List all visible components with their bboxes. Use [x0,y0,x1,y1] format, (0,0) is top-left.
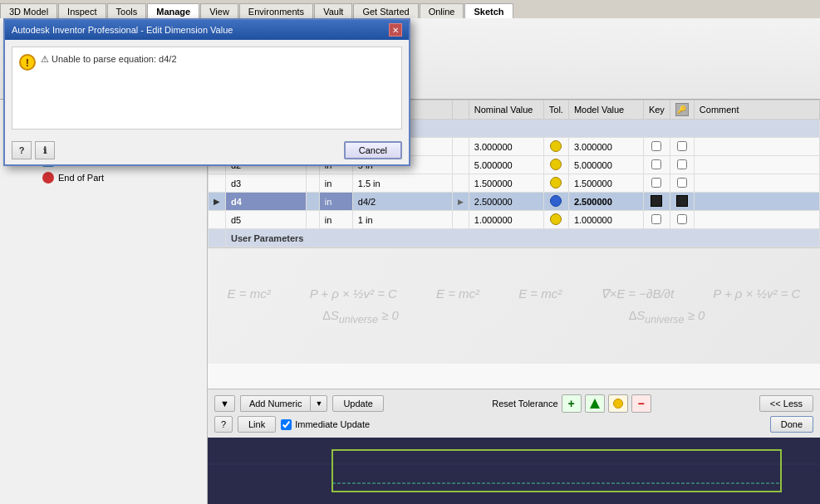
tab-online[interactable]: Online [420,3,464,18]
tab-sketch[interactable]: Sketch [464,3,513,18]
dialog-title: Autodesk Inventor Professional - Edit Di… [12,25,233,35]
key-d5[interactable] [643,211,670,229]
svg-rect-6 [208,438,820,504]
tol-triangle-btn[interactable] [585,394,605,413]
nominal-d2: 5.000000 [469,156,543,174]
done-btn[interactable]: Done [770,416,813,433]
equation-d3[interactable]: 1.5 in [352,174,452,193]
model-val-d5: 1.000000 [568,211,643,229]
dialog-info-btn[interactable]: ℹ [35,141,55,159]
comment-d4[interactable] [694,193,819,211]
key2-d0[interactable] [670,138,694,156]
tol-d0 [543,138,568,156]
tab-view[interactable]: View [200,3,238,18]
error-warning-icon: ! [19,54,36,71]
add-numeric-btn[interactable]: Add Numeric [240,395,311,412]
tol-d5 [543,211,568,229]
comment-d0[interactable] [694,138,819,156]
help-btn-bottom[interactable]: ? [214,416,233,433]
comment-d5[interactable] [694,211,819,229]
filter-icon: ▼ [220,399,229,409]
tab-tools[interactable]: Tools [107,3,147,18]
col-nominal: Nominal Value [469,100,543,120]
tab-3d-model[interactable]: 3D Model [0,3,57,18]
dialog-body: ! ⚠ Unable to parse equation: d4/2 [5,40,409,136]
tol-d2 [543,156,568,174]
key-d2[interactable] [643,156,670,174]
edit-dimension-dialog[interactable]: Autodesk Inventor Professional - Edit Di… [3,18,410,166]
key2-d4[interactable] [670,193,694,211]
table-row-highlighted[interactable]: ▶ d4 in d4/2 ▶ 2.500000 2.500000 [209,193,820,211]
key-d4[interactable] [643,193,670,211]
eq-arrow-d2 [452,156,469,174]
dialog-cancel-btn[interactable]: Cancel [344,141,402,159]
param-name-d5[interactable]: d5 [226,211,307,229]
tab-vault[interactable]: Vault [314,3,352,18]
link-btn[interactable]: Link [238,416,276,433]
formula-4: E = mc² [502,283,578,305]
user-params-section: User Parameters [209,229,820,247]
update-btn[interactable]: Update [332,395,383,412]
formula-area: E = mc² P + ρ × ½v² = C E = mc² E = mc² … [208,247,820,364]
equation-d4[interactable]: d4/2 [352,193,452,211]
immediate-update-label[interactable]: Immediate Update [281,419,370,430]
formula-1: E = mc² [211,283,287,305]
tol-d3 [543,174,568,193]
expand-d3 [306,174,319,193]
immediate-update-text: Immediate Update [295,419,370,429]
tol-circle-btn[interactable] [608,394,628,413]
key2-d2[interactable] [670,156,694,174]
add-numeric-split: Add Numeric ▼ [240,395,328,412]
row-arrow-d4: ▶ [209,193,226,211]
param-name-d3[interactable]: d3 [226,174,307,193]
tab-manage[interactable]: Manage [147,3,199,18]
col-model-val: Model Value [568,100,643,120]
model-val-d4: 2.500000 [568,193,643,211]
key2-d5[interactable] [670,211,694,229]
formula-2: P + ρ × ½v² = C [293,283,414,305]
formula-6: P + ρ × ½v² = C [696,283,817,305]
tree-item-end[interactable]: End of Part [3,169,204,186]
tab-get-started[interactable]: Get Started [353,3,418,18]
nominal-d4: 2.500000 [469,193,543,211]
filter-btn[interactable]: ▼ [214,395,235,412]
bottom-row-2: ? Link Immediate Update Done [214,416,813,433]
formula-5: ∇×E = −∂B/∂t [584,283,690,305]
comment-d3[interactable] [694,174,819,193]
end-of-part-icon [42,171,55,184]
nominal-d5: 1.000000 [469,211,543,229]
nominal-d0: 3.000000 [469,138,543,156]
tol-d4 [543,193,568,211]
table-row[interactable]: d3 in 1.5 in 1.500000 1.500000 [209,174,820,193]
tab-inspect[interactable]: Inspect [58,3,106,18]
tree-expand-end[interactable] [28,173,38,183]
dialog-error-area: ! ⚠ Unable to parse equation: d4/2 [12,46,402,130]
dialog-help-btn[interactable]: ? [12,141,32,159]
tol-plus-btn[interactable]: + [562,394,582,413]
add-numeric-dropdown[interactable]: ▼ [310,395,327,412]
equation-d5[interactable]: 1 in [352,211,452,229]
table-row[interactable]: d5 in 1 in 1.000000 1.000000 [209,211,820,229]
col-eq-arrow [452,100,469,120]
tab-environments[interactable]: Environments [239,3,313,18]
dialog-footer-left: ? ℹ [12,141,55,159]
error-message: ⚠ Unable to parse equation: d4/2 [41,54,177,65]
formula-watermark: E = mc² P + ρ × ½v² = C E = mc² E = mc² … [208,248,820,364]
param-name-d4[interactable]: d4 [226,193,307,211]
key-d3[interactable] [643,174,670,193]
params-bottom-toolbar: ▼ Add Numeric ▼ Update Reset Tolerance + [208,389,820,438]
row-arrow-d3 [209,174,226,193]
model-val-d2: 5.000000 [568,156,643,174]
dialog-titlebar: Autodesk Inventor Professional - Edit Di… [5,20,409,40]
key2-d3[interactable] [670,174,694,193]
less-btn[interactable]: << Less [759,395,813,412]
comment-d2[interactable] [694,156,819,174]
reset-tolerance-area: Reset Tolerance + − [492,394,651,413]
immediate-update-checkbox[interactable] [281,419,292,430]
key-d0[interactable] [643,138,670,156]
dialog-close-btn[interactable]: ✕ [389,23,402,37]
col-comment: Comment [694,100,819,120]
eq-arrow-d4: ▶ [452,193,469,211]
tol-minus-btn[interactable]: − [631,394,651,413]
eq-arrow-d5 [452,211,469,229]
